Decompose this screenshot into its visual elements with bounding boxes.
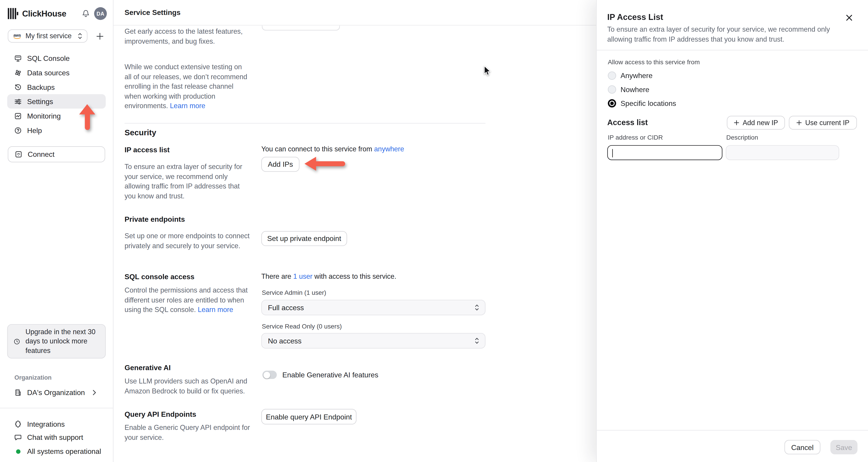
user-avatar[interactable]: DA — [94, 7, 107, 20]
service-name: My first service — [26, 32, 78, 40]
cancel-button[interactable]: Cancel — [784, 440, 820, 454]
panel-title: IP Access List — [608, 12, 663, 22]
backups-icon — [14, 84, 22, 91]
learn-more-link[interactable]: Learn more — [198, 306, 233, 314]
description-label: Description — [726, 134, 758, 141]
monitoring-icon — [14, 112, 22, 119]
chevron-updown-icon — [474, 337, 479, 345]
access-list-heading: Access list — [608, 118, 648, 127]
ip-address-label: IP address or CIDR — [608, 134, 663, 141]
clickhouse-logo-icon — [8, 7, 18, 19]
generative-ai-toggle[interactable] — [262, 371, 277, 379]
setup-private-endpoint-button[interactable]: Set up private endpoint — [261, 231, 347, 246]
brand-name: ClickHouse — [22, 8, 66, 18]
anywhere-link[interactable]: anywhere — [374, 145, 404, 153]
annotation-arrow-up — [79, 104, 96, 130]
sidebar-item-integrations[interactable]: Integrations — [7, 417, 106, 431]
use-current-ip-button[interactable]: Use current IP — [789, 116, 857, 129]
sidebar-divider — [0, 408, 114, 408]
organization-section-label: Organization — [14, 374, 52, 380]
annotation-arrow-left — [305, 157, 348, 171]
organization-building-icon — [14, 389, 22, 396]
organization-name: DA's Organization — [27, 388, 92, 397]
private-endpoints-title: Private endpoints — [125, 215, 185, 223]
ip-address-input[interactable] — [608, 145, 722, 160]
sidebar-item-system-status[interactable]: All systems operational — [7, 444, 106, 458]
add-ips-button[interactable]: Add IPs — [261, 157, 300, 172]
users-with-access-text: There are 1 user with access to this ser… — [261, 272, 396, 280]
service-readonly-select[interactable]: No access — [261, 333, 486, 349]
mouse-cursor — [484, 65, 491, 76]
generative-ai-title: Generative AI — [125, 364, 170, 372]
radio-selected-icon — [608, 99, 616, 108]
data-sources-icon — [14, 69, 22, 76]
sidebar-item-organization[interactable]: DA's Organization — [7, 385, 106, 400]
connect-from-text: You can connect to this service from any… — [261, 145, 404, 153]
radio-option-nowhere[interactable]: Nowhere — [608, 85, 649, 94]
plus-icon — [796, 120, 801, 125]
service-selector[interactable]: aws My first service — [8, 29, 87, 43]
radio-option-anywhere[interactable]: Anywhere — [608, 71, 653, 80]
sidebar-item-data-sources[interactable]: Data sources — [7, 65, 106, 80]
plus-icon — [734, 120, 739, 125]
close-icon[interactable] — [846, 15, 852, 21]
release-channel-warning: While we conduct extensive testing on al… — [125, 63, 247, 111]
radio-icon — [608, 85, 616, 94]
ip-access-list-panel: IP Access List To ensure an extra layer … — [596, 0, 868, 462]
integrations-puzzle-icon — [14, 421, 22, 428]
sidebar-item-sql-console[interactable]: SQL Console — [7, 51, 106, 65]
radio-option-specific-locations[interactable]: Specific locations — [608, 99, 676, 108]
connect-button[interactable]: Connect — [8, 146, 105, 163]
upgrade-banner[interactable]: Upgrade in the next 30 days to unlock mo… — [7, 324, 106, 358]
page-title: Service Settings — [125, 8, 181, 17]
learn-more-link[interactable]: Learn more — [170, 102, 206, 110]
generative-ai-toggle-label: Enable Generative AI features — [282, 371, 378, 379]
page-header: Service Settings — [114, 0, 596, 26]
chevron-right-icon — [92, 389, 96, 395]
notifications-bell-icon[interactable] — [81, 8, 91, 18]
main-content: Service Settings Get early access to the… — [114, 0, 596, 462]
enable-query-api-button[interactable]: Enable query API Endpoint — [261, 409, 356, 425]
sidebar-item-backups[interactable]: Backups — [7, 80, 106, 94]
allow-access-label: Allow access to this service from — [608, 59, 700, 65]
chevron-updown-icon — [77, 32, 82, 40]
panel-footer-divider — [597, 430, 868, 430]
query-api-description: Enable a Generic Query API endpoint for … — [125, 423, 250, 443]
aws-provider-icon: aws — [13, 33, 21, 39]
settings-icon — [14, 98, 22, 105]
generative-ai-description: Use LLM providers such as OpenAI and Ama… — [125, 377, 247, 396]
sidebar: ClickHouse DA aws My first service — [0, 0, 114, 462]
one-user-link[interactable]: 1 user — [293, 272, 312, 280]
brand-row: ClickHouse DA — [8, 6, 107, 21]
service-admin-label: Service Admin (1 user) — [262, 289, 326, 296]
upgrade-banner-text: Upgrade in the next 30 days to unlock mo… — [26, 327, 103, 355]
connect-icon — [15, 151, 22, 158]
private-endpoints-description: Set up one or more endpoints to connect … — [125, 232, 250, 251]
ip-access-list-title: IP access list — [125, 146, 169, 154]
chevron-updown-icon — [474, 304, 479, 311]
status-green-dot — [16, 449, 20, 454]
section-divider — [125, 123, 486, 123]
release-channel-select-fragment[interactable] — [262, 26, 340, 31]
sql-console-icon — [14, 55, 22, 62]
add-service-button[interactable] — [94, 31, 105, 41]
save-button[interactable]: Save — [830, 440, 857, 454]
release-channel-description: Get early access to the latest features,… — [125, 27, 243, 47]
sidebar-item-chat-support[interactable]: Chat with support — [7, 431, 106, 444]
query-api-endpoints-title: Query API Endpoints — [125, 410, 196, 418]
service-admin-select[interactable]: Full access — [261, 300, 486, 315]
add-new-ip-button[interactable]: Add new IP — [727, 116, 785, 129]
radio-icon — [608, 71, 616, 80]
sql-console-access-title: SQL console access — [125, 272, 194, 281]
service-readonly-label: Service Read Only (0 users) — [262, 323, 342, 330]
help-icon — [14, 127, 22, 134]
clickhouse-console: ClickHouse DA aws My first service — [0, 0, 868, 462]
ip-access-list-description: To ensure an extra layer of security for… — [125, 163, 242, 201]
panel-divider — [597, 50, 868, 50]
text-caret — [612, 149, 613, 157]
security-heading: Security — [125, 128, 156, 137]
chat-bubble-icon — [14, 434, 22, 441]
upgrade-clock-icon — [14, 338, 20, 344]
description-input[interactable] — [726, 145, 839, 160]
sql-console-access-description: Control the permissions and access that … — [125, 286, 248, 315]
